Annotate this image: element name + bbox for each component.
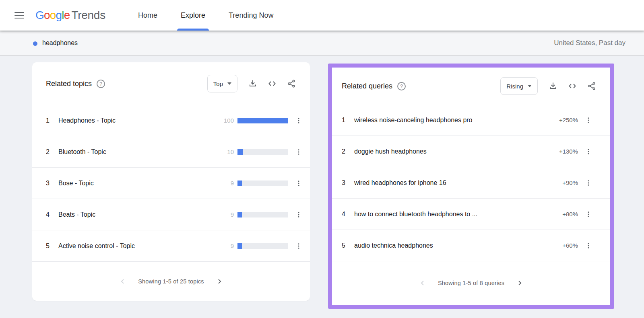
row-rank: 5 — [46, 242, 55, 250]
topic-bar — [237, 212, 288, 217]
table-row[interactable]: 2 doggie hush headphones +130% — [332, 136, 610, 167]
main-nav: Home Explore Trending Now — [136, 0, 276, 31]
related-topics-controls: Top — [207, 75, 299, 92]
related-topics-card: Related topics ? Top — [32, 62, 310, 301]
table-row[interactable]: 3 wired headphones for iphone 16 +90% — [332, 167, 610, 199]
table-row[interactable]: 5 audio technica headphones +60% — [332, 230, 610, 261]
queries-pagination-label: Showing 1-5 of 8 queries — [438, 280, 504, 286]
logo-trends: Trends — [72, 9, 105, 22]
help-icon[interactable]: ? — [97, 80, 105, 88]
queries-filter-value: Rising — [506, 83, 523, 90]
menu-icon[interactable] — [11, 7, 27, 23]
chevron-down-icon — [227, 82, 231, 85]
query-growth: +80% — [562, 211, 578, 217]
row-rank: 5 — [342, 242, 351, 249]
topic-value: 100 — [224, 117, 234, 124]
row-menu-icon[interactable] — [583, 205, 594, 223]
query-growth: +60% — [562, 242, 578, 249]
search-term[interactable]: headphones — [42, 39, 78, 47]
row-menu-icon[interactable] — [583, 237, 594, 254]
query-label[interactable]: doggie hush headphones — [354, 148, 427, 155]
topic-label[interactable]: Headphones - Topic — [58, 117, 116, 124]
tab-trending-now[interactable]: Trending Now — [226, 0, 276, 31]
row-rank: 2 — [342, 148, 351, 155]
topics-filter-value: Top — [213, 80, 223, 87]
queries-pagination: Showing 1-5 of 8 queries — [332, 261, 610, 305]
topic-bar-fill — [237, 212, 242, 217]
topic-bar — [237, 149, 288, 155]
table-row[interactable]: 1 wireless noise-canceling headphones pr… — [332, 105, 610, 136]
chevron-left-icon[interactable] — [418, 279, 427, 287]
row-menu-icon[interactable] — [583, 174, 594, 192]
logo-google: Google — [35, 9, 70, 22]
table-row[interactable]: 1 Headphones - Topic 100 — [32, 105, 310, 136]
chevron-left-icon[interactable] — [118, 277, 127, 286]
table-row[interactable]: 5 Active noise control - Topic 9 — [32, 230, 310, 262]
topic-label[interactable]: Bose - Topic — [58, 180, 94, 187]
search-term-bar: headphones United States, Past day — [0, 31, 644, 56]
row-menu-icon[interactable] — [293, 174, 304, 192]
row-rank: 3 — [342, 179, 351, 187]
query-growth: +250% — [559, 117, 578, 123]
topics-pagination-label: Showing 1-5 of 25 topics — [138, 278, 204, 285]
main-content: Related topics ? Top — [0, 56, 644, 318]
table-row[interactable]: 2 Bluetooth - Topic 10 — [32, 136, 310, 168]
row-rank: 1 — [46, 117, 55, 124]
row-menu-icon[interactable] — [583, 111, 594, 129]
row-rank: 4 — [46, 211, 55, 218]
topic-label[interactable]: Beats - Topic — [58, 211, 95, 218]
topic-bar-fill — [237, 118, 288, 123]
query-label[interactable]: wireless noise-canceling headphones pro — [354, 117, 473, 124]
topic-label[interactable]: Active noise control - Topic — [58, 242, 135, 250]
embed-code-icon[interactable] — [264, 76, 280, 92]
query-label[interactable]: audio technica headphones — [354, 242, 433, 249]
embed-code-icon[interactable] — [564, 78, 580, 94]
topics-filter-dropdown[interactable]: Top — [207, 75, 237, 92]
query-label[interactable]: wired headphones for iphone 16 — [354, 179, 446, 187]
chevron-right-icon[interactable] — [515, 279, 524, 287]
row-menu-icon[interactable] — [293, 143, 304, 161]
topic-value: 9 — [231, 242, 234, 249]
download-icon[interactable] — [245, 76, 261, 92]
table-row[interactable]: 4 how to connect bluetooth headphones to… — [332, 199, 610, 230]
related-topics-header: Related topics ? Top — [32, 62, 310, 105]
row-menu-icon[interactable] — [293, 112, 304, 129]
tab-explore[interactable]: Explore — [178, 0, 208, 31]
row-menu-icon[interactable] — [293, 237, 304, 255]
topic-value: 9 — [231, 211, 234, 218]
row-rank: 4 — [342, 211, 351, 218]
tab-home[interactable]: Home — [136, 0, 160, 31]
share-icon[interactable] — [584, 78, 600, 94]
download-icon[interactable] — [545, 78, 561, 94]
app-header: Google Trends Home Explore Trending Now — [0, 0, 644, 31]
row-menu-icon[interactable] — [293, 206, 304, 224]
topic-bar — [237, 243, 288, 249]
topics-pagination: Showing 1-5 of 25 topics — [32, 262, 310, 301]
row-menu-icon[interactable] — [583, 143, 594, 160]
query-growth: +90% — [562, 179, 578, 186]
query-label[interactable]: how to connect bluetooth headphones to .… — [354, 211, 477, 218]
related-topics-title: Related topics — [46, 80, 92, 88]
topic-value: 10 — [227, 148, 234, 155]
related-queries-card-highlighted: Related queries ? Rising — [328, 64, 614, 309]
table-row[interactable]: 4 Beats - Topic 9 — [32, 199, 310, 230]
chevron-down-icon — [528, 85, 532, 87]
query-growth: +130% — [559, 148, 578, 155]
row-rank: 3 — [46, 180, 55, 187]
topic-label[interactable]: Bluetooth - Topic — [58, 148, 106, 156]
queries-filter-dropdown[interactable]: Rising — [500, 77, 538, 95]
related-queries-controls: Rising — [500, 77, 600, 95]
table-row[interactable]: 3 Bose - Topic 9 — [32, 168, 310, 199]
topic-bar — [237, 118, 288, 123]
region-timerange-label: United States, Past day — [554, 39, 625, 47]
row-rank: 1 — [342, 117, 351, 124]
chevron-right-icon[interactable] — [215, 277, 224, 286]
topic-bar — [237, 181, 288, 186]
term-color-dot-icon — [33, 41, 37, 46]
help-icon[interactable]: ? — [397, 82, 406, 90]
topic-bar-fill — [237, 149, 243, 155]
topic-bar-fill — [237, 181, 242, 186]
row-rank: 2 — [46, 148, 55, 156]
share-icon[interactable] — [283, 76, 299, 92]
google-trends-logo[interactable]: Google Trends — [35, 9, 105, 22]
